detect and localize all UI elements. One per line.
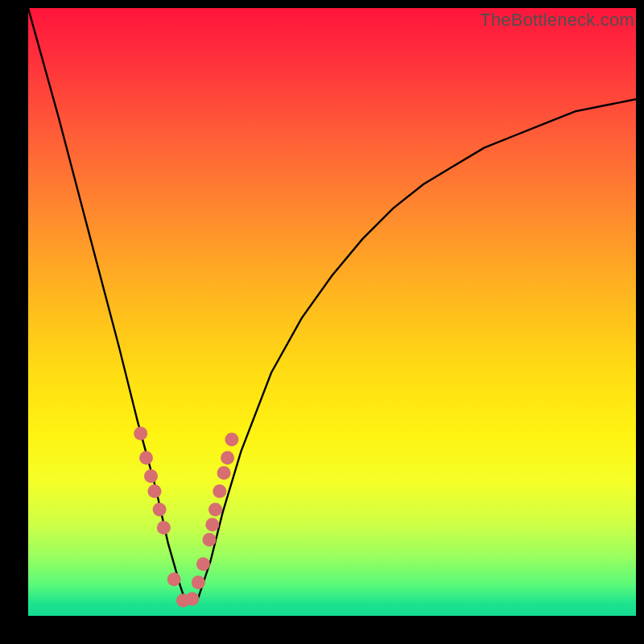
sample-point xyxy=(139,451,153,464)
sample-point xyxy=(208,502,222,516)
sample-point xyxy=(213,485,226,498)
sample-point xyxy=(221,451,234,464)
sample-point xyxy=(148,485,162,498)
sample-point xyxy=(196,557,210,571)
curve-path xyxy=(28,8,636,604)
bottleneck-curve xyxy=(28,8,636,604)
plot-area xyxy=(28,8,636,616)
sample-point xyxy=(153,502,167,516)
sample-point xyxy=(203,533,217,547)
curve-svg xyxy=(28,8,636,616)
sample-point xyxy=(134,427,147,440)
sample-point xyxy=(157,521,171,535)
sample-point xyxy=(185,592,199,605)
watermark-text: TheBottleneck.com xyxy=(480,10,634,31)
chart-frame: TheBottleneck.com xyxy=(0,0,644,644)
sample-point xyxy=(217,466,231,480)
sample-point-markers xyxy=(134,427,238,608)
sample-point xyxy=(192,576,205,589)
sample-point xyxy=(225,433,238,447)
sample-point xyxy=(144,469,158,483)
sample-point xyxy=(205,518,219,531)
sample-point xyxy=(167,572,181,586)
